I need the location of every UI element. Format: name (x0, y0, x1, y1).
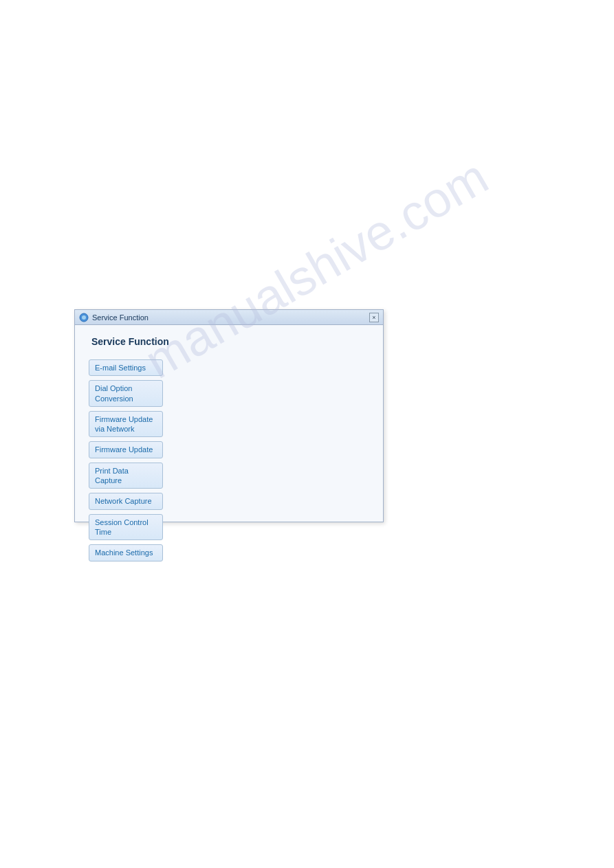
network-capture-button[interactable]: Network Capture (89, 493, 163, 509)
print-data-capture-button[interactable]: Print Data Capture (89, 463, 163, 489)
window-titlebar: Service Function × (75, 310, 383, 325)
dial-option-conversion-button[interactable]: Dial Option Conversion (89, 380, 163, 407)
window-icon (79, 313, 89, 322)
service-function-window: Service Function × Service Function E-ma… (74, 309, 384, 522)
menu-list: E-mail Settings Dial Option Conversion F… (89, 359, 369, 561)
firmware-update-button[interactable]: Firmware Update (89, 441, 163, 458)
svg-point-1 (82, 315, 86, 320)
window-close-button[interactable]: × (369, 313, 379, 322)
session-control-time-button[interactable]: Session Control Time (89, 514, 163, 541)
firmware-update-via-network-button[interactable]: Firmware Update via Network (89, 411, 163, 438)
page-heading: Service Function (89, 336, 369, 347)
window-content-area: Service Function E-mail Settings Dial Op… (75, 325, 383, 522)
window-title: Service Function (92, 313, 369, 322)
machine-settings-button[interactable]: Machine Settings (89, 544, 163, 561)
email-settings-button[interactable]: E-mail Settings (89, 359, 163, 376)
